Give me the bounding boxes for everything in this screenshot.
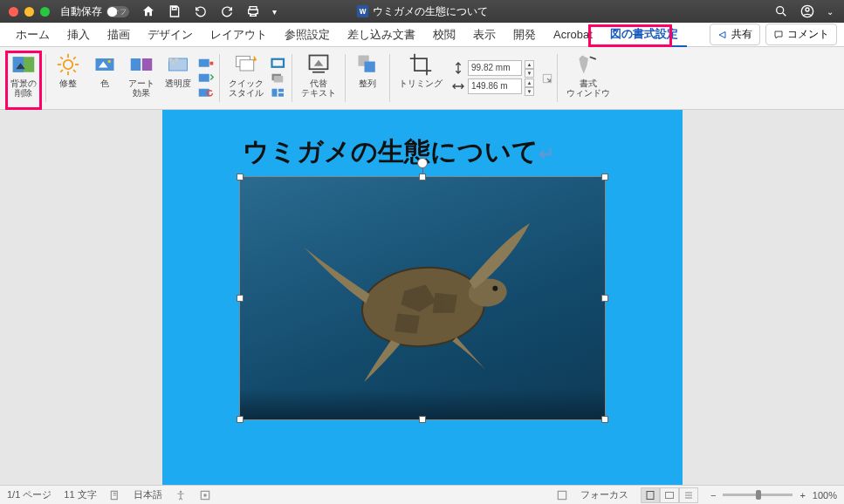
tab-review[interactable]: 校閲	[424, 24, 464, 46]
tab-home[interactable]: ホーム	[7, 24, 58, 46]
web-layout-view[interactable]	[660, 487, 679, 503]
resize-handle-b[interactable]	[419, 416, 426, 423]
zoom-in-button[interactable]: +	[799, 490, 805, 501]
zoom-percent[interactable]: 100%	[813, 490, 837, 501]
search-icon[interactable]	[774, 4, 788, 18]
tab-view[interactable]: 表示	[464, 24, 504, 46]
document-heading: ウミガメの生態について↵	[243, 134, 554, 170]
svg-point-19	[108, 60, 112, 64]
corrections-button[interactable]: 修整	[50, 51, 86, 106]
share-button[interactable]: 共有	[710, 24, 760, 45]
zoom-slider[interactable]	[723, 494, 793, 496]
width-icon	[451, 79, 465, 93]
accessibility-icon[interactable]	[175, 489, 187, 501]
spellcheck-icon[interactable]	[109, 489, 121, 501]
undo-icon[interactable]	[194, 4, 208, 18]
resize-handle-t[interactable]	[419, 174, 426, 180]
width-stepper[interactable]: ▲▼	[525, 78, 534, 94]
remove-background-button[interactable]: 背景の 削除	[5, 51, 42, 106]
tab-layout[interactable]: レイアウト	[202, 24, 276, 46]
tab-insert[interactable]: 挿入	[58, 24, 99, 46]
resize-handle-bl[interactable]	[237, 416, 244, 423]
resize-handle-tr[interactable]	[601, 174, 608, 180]
close-window-button[interactable]	[9, 7, 18, 17]
tab-mailmerge[interactable]: 差し込み文書	[339, 24, 424, 46]
autosave-toggle[interactable]: オフ	[106, 6, 129, 17]
tab-acrobat[interactable]: Acrobat	[545, 24, 601, 44]
rotate-handle[interactable]	[417, 158, 428, 168]
tab-draw[interactable]: 描画	[99, 24, 139, 46]
color-button[interactable]: 色	[86, 51, 123, 106]
svg-rect-56	[665, 492, 673, 498]
width-input[interactable]: 149.86 m	[468, 78, 522, 94]
arrange-icon	[355, 52, 380, 77]
print-icon[interactable]	[246, 4, 260, 18]
alt-text-button[interactable]: 代替 テキスト	[296, 51, 341, 106]
resize-handle-l[interactable]	[237, 295, 244, 302]
print-layout-view[interactable]	[641, 487, 660, 503]
quick-styles-icon	[234, 52, 258, 77]
zoom-window-button[interactable]	[40, 7, 50, 17]
user-icon[interactable]	[800, 4, 814, 18]
svg-rect-35	[274, 76, 284, 83]
svg-line-14	[73, 70, 76, 72]
picture-effects-icon[interactable]	[271, 72, 286, 85]
word-count[interactable]: 11 文字	[64, 488, 96, 501]
document-canvas[interactable]: ウミガメの生態について↵	[0, 110, 844, 485]
picture-border-icon[interactable]	[271, 58, 286, 70]
resize-handle-tl[interactable]	[237, 174, 244, 180]
height-input[interactable]: 99.82 mm	[468, 60, 522, 76]
svg-point-4	[806, 8, 809, 11]
transparency-button[interactable]: 透明度	[160, 51, 196, 106]
reset-picture-icon[interactable]	[198, 87, 214, 99]
compress-icon[interactable]	[198, 58, 214, 70]
resize-handle-br[interactable]	[601, 416, 608, 423]
height-stepper[interactable]: ▲▼	[525, 60, 534, 76]
save-icon[interactable]	[168, 4, 182, 18]
view-mode-buttons	[641, 487, 698, 503]
tab-developer[interactable]: 開発	[504, 24, 545, 46]
quick-styles-button[interactable]: クイック スタイル	[223, 51, 269, 106]
svg-rect-32	[240, 60, 254, 71]
picture-layout-icon[interactable]	[271, 87, 286, 99]
selected-image[interactable]	[239, 176, 606, 420]
comments-button[interactable]: コメント	[765, 24, 837, 45]
svg-point-53	[203, 494, 207, 497]
zoom-out-button[interactable]: −	[710, 490, 716, 501]
tab-design[interactable]: デザイン	[139, 24, 202, 46]
crop-icon	[408, 52, 433, 77]
arrange-button[interactable]: 整列	[349, 51, 386, 106]
svg-rect-28	[210, 61, 214, 65]
svg-rect-43	[365, 62, 375, 72]
resize-handle-r[interactable]	[601, 295, 608, 302]
document-title: W ウミガメの生態について	[356, 4, 488, 19]
language[interactable]: 日本語	[134, 488, 162, 501]
window-controls	[9, 7, 50, 17]
artistic-effects-button[interactable]: アート 効果	[123, 51, 160, 106]
chevron-down-icon[interactable]: ⌄	[827, 7, 834, 17]
format-pane-button[interactable]: 書式 ウィンドウ	[561, 51, 615, 106]
svg-point-8	[64, 60, 73, 70]
change-picture-icon[interactable]	[198, 72, 214, 85]
redo-icon[interactable]	[220, 4, 234, 18]
outline-view[interactable]	[679, 487, 698, 503]
document-page: ウミガメの生態について↵	[162, 110, 683, 485]
qat-overflow-icon[interactable]: ▾	[272, 7, 277, 17]
share-icon	[717, 30, 728, 40]
crop-button[interactable]: トリミング	[394, 51, 448, 106]
focus-mode[interactable]: フォーカス	[580, 488, 628, 501]
page-count[interactable]: 1/1 ページ	[7, 488, 51, 501]
tab-references[interactable]: 参照設定	[276, 24, 339, 46]
alt-text-icon	[306, 52, 331, 77]
svg-text:W: W	[359, 8, 366, 16]
ribbon-tabs: ホーム 挿入 描画 デザイン レイアウト 参照設定 差し込み文書 校閲 表示 開…	[0, 23, 844, 47]
minimize-window-button[interactable]	[24, 7, 34, 17]
autosave-label: 自動保存	[60, 4, 102, 19]
size-dialog-launcher-icon[interactable]	[541, 72, 553, 85]
focus-icon	[556, 489, 568, 501]
home-icon[interactable]	[141, 4, 155, 18]
macro-icon[interactable]	[199, 489, 211, 501]
tab-picture-format[interactable]: 図の書式設定	[601, 23, 687, 47]
svg-rect-27	[199, 58, 209, 66]
svg-rect-55	[647, 491, 654, 499]
